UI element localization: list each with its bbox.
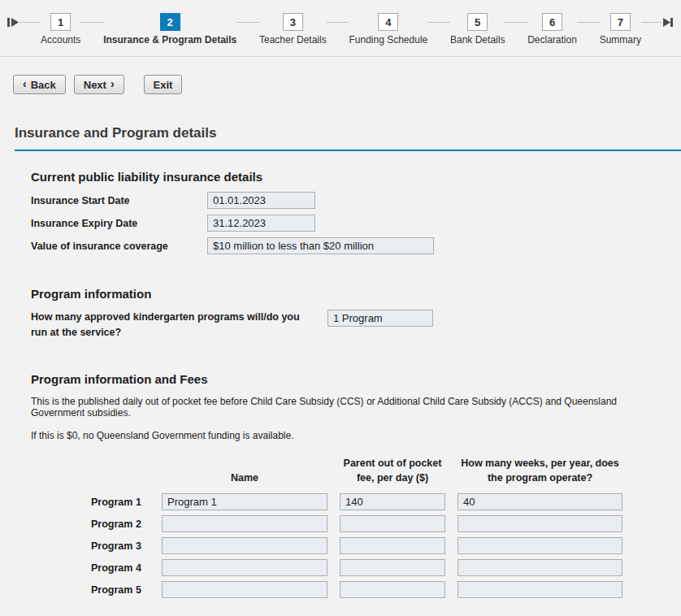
program-3-row-label: Program 3 [91,540,150,552]
fees-description-2: If this is $0, no Queensland Government … [31,430,648,441]
back-button-label: Back [31,79,56,91]
page-title: Insurance and Program details [15,125,681,141]
program-count-row: How many approved kindergarten programs … [31,310,648,341]
program-4-row-label: Program 4 [91,562,150,574]
insurance-coverage-input[interactable] [207,237,434,254]
step-summary[interactable]: 7 Summary [600,13,641,46]
program-3-fee-input[interactable] [340,537,445,554]
track-start-icon [7,17,20,28]
step-number: 5 [467,13,488,31]
program-2-row-label: Program 2 [91,518,150,530]
step-label: Funding Schedule [349,34,427,46]
program-2-fee-input[interactable] [340,515,445,532]
stepper-connector [80,22,103,23]
top-toolbar: ‹ Back Next › Exit [13,75,681,94]
stepper-connector [236,22,259,23]
step-number: 1 [50,13,71,31]
insurance-start-date-label: Insurance Start Date [31,195,207,206]
program-1-row-label: Program 1 [91,497,150,508]
step-label: Teacher Details [259,34,327,46]
insurance-start-date-row: Insurance Start Date [31,192,648,209]
program-3-weeks-input[interactable] [458,537,622,554]
program-1-name-input[interactable] [162,493,327,510]
program-2-name-input[interactable] [162,515,327,532]
step-funding-schedule[interactable]: 4 Funding Schedule [349,13,427,46]
program-fees-section: Program information and Fees This is the… [31,372,648,598]
step-label: Declaration [527,34,577,46]
column-header-weeks: How many weeks, per year, does the progr… [458,456,622,488]
exit-button[interactable]: Exit [144,75,183,94]
program-1-weeks-input[interactable] [458,493,622,510]
program-4-name-input[interactable] [162,559,327,576]
insurance-details-section: Current public liability insurance detai… [31,170,648,254]
step-label: Insurance & Program Details [103,34,236,46]
step-label: Accounts [41,34,80,46]
exit-button-label: Exit [154,79,173,91]
step-number: 4 [378,13,398,31]
program-5-fee-input[interactable] [340,581,445,598]
fees-description-1: This is the published daily out of pocke… [31,396,648,419]
program-1-fee-input[interactable] [340,493,445,510]
program-info-heading: Program information [31,287,648,301]
wizard-stepper: 1 Accounts 2 Insurance & Program Details… [0,0,681,46]
step-number: 7 [610,13,631,31]
program-5-row-label: Program 5 [91,584,150,596]
step-number: 3 [283,13,303,31]
stepper-connector [577,22,600,23]
step-label: Bank Details [450,34,505,46]
program-3-name-input[interactable] [162,537,327,554]
track-end-icon [662,17,674,28]
step-label: Summary [600,34,641,46]
stepper-connector [505,22,527,23]
step-number: 2 [160,13,180,31]
column-header-blank [91,485,150,488]
program-count-input[interactable] [327,310,433,327]
stepper-connector [641,22,662,23]
program-count-label: How many approved kindergarten programs … [31,310,327,341]
chevron-left-icon: ‹ [23,78,27,89]
step-insurance-program-details[interactable]: 2 Insurance & Program Details [103,13,236,46]
stepper-connector [327,22,349,23]
step-bank-details[interactable]: 5 Bank Details [450,13,505,46]
insurance-section-heading: Current public liability insurance detai… [31,170,648,184]
program-information-section: Program information How many approved ki… [31,287,648,341]
step-declaration[interactable]: 6 Declaration [527,13,577,46]
insurance-coverage-row: Value of insurance coverage [31,237,648,254]
insurance-expiry-date-row: Insurance Expiry Date [31,215,648,232]
insurance-coverage-label: Value of insurance coverage [31,241,207,252]
stepper-connector [427,22,450,23]
program-fees-heading: Program information and Fees [31,372,648,386]
program-5-name-input[interactable] [162,581,327,598]
step-teacher-details[interactable]: 3 Teacher Details [259,13,327,46]
column-header-fee: Parent out of pocket fee, per day ($) [340,456,445,488]
next-button[interactable]: Next › [74,75,124,94]
insurance-expiry-date-label: Insurance Expiry Date [31,218,207,229]
step-number: 6 [542,13,562,31]
step-accounts[interactable]: 1 Accounts [41,13,80,46]
next-button-label: Next [84,79,106,91]
column-header-name: Name [162,471,327,488]
insurance-expiry-date-input[interactable] [207,215,315,232]
stepper-connector [20,22,41,23]
program-4-weeks-input[interactable] [458,559,622,576]
back-button[interactable]: ‹ Back [13,75,66,94]
program-2-weeks-input[interactable] [458,515,622,532]
insurance-start-date-input[interactable] [207,192,315,209]
chevron-right-icon: › [111,78,115,89]
header-divider [0,56,681,57]
program-fees-table: Name Parent out of pocket fee, per day (… [91,456,648,598]
program-5-weeks-input[interactable] [458,581,622,598]
program-4-fee-input[interactable] [340,559,445,576]
title-underline [15,150,681,151]
